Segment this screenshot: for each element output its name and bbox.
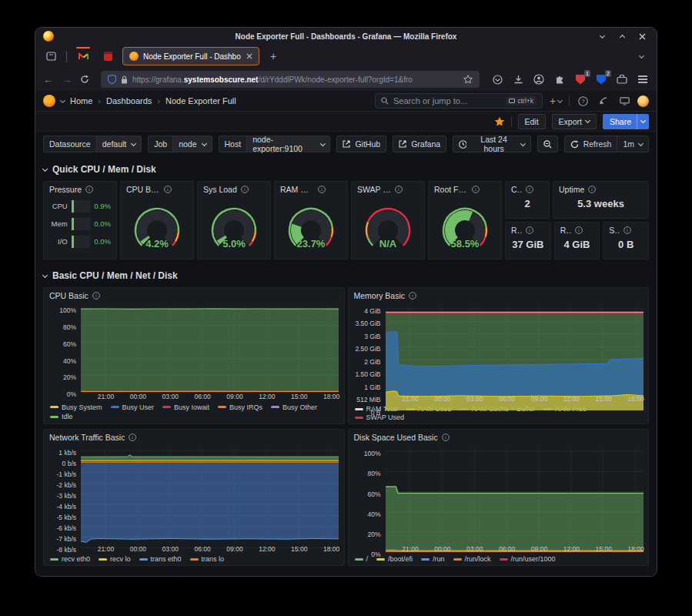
back-icon[interactable]: ← [43, 75, 53, 85]
pocket-icon[interactable] [491, 73, 503, 85]
legend-item[interactable]: /run/user/1000 [500, 555, 556, 563]
legend-item[interactable]: trans eth0 [139, 555, 182, 563]
news-icon[interactable] [596, 96, 611, 105]
legend-item[interactable]: Busy User [111, 403, 155, 411]
panel-title[interactable]: Pressure [49, 185, 82, 194]
github-link-button[interactable]: GitHub [336, 136, 386, 152]
panel-title[interactable]: SWAP Total [609, 226, 620, 235]
add-new-button[interactable]: + [548, 95, 563, 107]
grafana-link-button[interactable]: Grafana [393, 136, 446, 152]
list-all-tabs-icon[interactable] [632, 48, 650, 65]
firefox-view-icon[interactable] [42, 48, 60, 65]
forward-icon[interactable]: → [62, 75, 72, 85]
panel-title[interactable]: Memory Basic [354, 291, 406, 300]
panel-title[interactable]: CPU Busy [126, 185, 160, 194]
panel-title[interactable]: Sys Load [203, 185, 237, 194]
time-range-picker[interactable]: Last 24 hours [453, 136, 531, 152]
info-icon[interactable]: i [575, 226, 583, 234]
info-icon[interactable]: i [318, 186, 326, 193]
info-icon[interactable]: i [92, 292, 100, 300]
nav-expand-icon[interactable] [60, 97, 65, 102]
info-icon[interactable]: i [85, 186, 93, 193]
y-tick-label: 100% [364, 450, 381, 457]
panel-title[interactable]: RAM Used [280, 185, 314, 194]
edit-button[interactable]: Edit [518, 114, 546, 129]
info-icon[interactable]: i [395, 186, 403, 193]
datasource-select[interactable]: default [96, 136, 142, 152]
breadcrumb-home[interactable]: Home [70, 96, 92, 105]
plot-area[interactable] [81, 306, 339, 392]
legend-item[interactable]: trans lo [190, 555, 225, 563]
panel-title[interactable]: CPU Cores [511, 185, 522, 194]
panel-title[interactable]: RAM Total [560, 226, 571, 235]
legend-item[interactable]: /run [421, 555, 445, 563]
tracking-protection-shield-icon[interactable] [108, 75, 116, 84]
zoom-out-button[interactable] [537, 136, 558, 152]
menu-icon[interactable] [637, 73, 649, 85]
info-icon[interactable]: i [241, 186, 249, 193]
info-icon[interactable]: i [588, 186, 596, 193]
pinned-tab-gmail[interactable] [73, 47, 93, 65]
info-icon[interactable]: i [526, 186, 533, 193]
reload-icon[interactable] [80, 75, 89, 84]
info-icon[interactable]: i [526, 226, 533, 234]
legend-item[interactable]: Busy System [50, 403, 102, 411]
display-icon[interactable] [617, 97, 632, 105]
panel-title[interactable]: CPU Basic [49, 291, 89, 300]
legend-item[interactable]: Busy Other [271, 403, 317, 411]
section-quick[interactable]: Quick CPU / Mem / Disk [43, 161, 649, 178]
legend-item[interactable]: Idle [50, 413, 73, 420]
url-bar[interactable]: https://grafana.systemsobscure.net/d/rYd… [101, 71, 480, 88]
search-input[interactable]: Search or jump to... ctrl+k [375, 93, 543, 109]
legend-item[interactable]: / [355, 555, 369, 563]
legend-item[interactable]: recv lo [99, 555, 131, 563]
info-icon[interactable]: i [442, 434, 450, 441]
help-icon[interactable]: ? [575, 96, 590, 106]
panel-title[interactable]: Root FS Used [434, 185, 468, 194]
user-avatar[interactable] [637, 95, 649, 107]
plot-area[interactable] [386, 306, 644, 394]
legend-item[interactable]: Busy IRQs [218, 403, 262, 411]
bookmark-star-icon[interactable] [463, 75, 473, 84]
info-icon[interactable]: i [164, 186, 172, 193]
refresh-button[interactable]: Refresh [565, 136, 617, 152]
info-icon[interactable]: i [129, 434, 136, 441]
panel-title[interactable]: RootFS Total [511, 226, 522, 235]
panel-title[interactable]: Uptime [559, 185, 584, 194]
legend-item[interactable]: Busy Iowait [162, 403, 209, 411]
favorite-star-icon[interactable] [494, 116, 505, 127]
window-close-button[interactable] [638, 32, 646, 40]
grafana-logo-icon[interactable] [43, 95, 55, 107]
share-button[interactable]: Share [603, 114, 637, 129]
share-menu-chevron[interactable] [637, 114, 649, 129]
info-icon[interactable]: i [472, 186, 480, 193]
downloads-icon[interactable] [512, 73, 524, 85]
info-icon[interactable]: i [623, 226, 631, 234]
account-icon[interactable] [533, 73, 545, 85]
new-tab-button[interactable]: + [264, 48, 282, 65]
info-icon[interactable]: i [409, 292, 416, 300]
refresh-interval-select[interactable]: 1m [617, 136, 648, 152]
active-tab[interactable]: Node Exporter Full - Dashbo [122, 47, 259, 65]
legend-item[interactable]: recv eth0 [50, 555, 90, 563]
job-select[interactable]: node [172, 136, 212, 152]
password-manager-icon[interactable]: 2 [595, 73, 607, 85]
plot-area[interactable] [81, 447, 339, 544]
pinned-tab-redapp[interactable] [98, 47, 118, 65]
host-select[interactable]: node-exporter:9100 [246, 136, 330, 152]
containers-icon[interactable] [616, 73, 628, 85]
export-button[interactable]: Export [552, 114, 597, 129]
adblock-icon[interactable]: 1 [574, 73, 587, 85]
tab-close-icon[interactable] [246, 53, 252, 59]
legend-item[interactable]: /run/lock [453, 555, 491, 563]
breadcrumb-dashboards[interactable]: Dashboards [106, 96, 152, 105]
extensions-icon[interactable] [553, 73, 566, 85]
legend-item[interactable]: /boot/efi [376, 555, 413, 563]
section-basic[interactable]: Basic CPU / Mem / Net / Disk [43, 267, 649, 284]
window-minimize-button[interactable] [598, 32, 606, 40]
plot-area[interactable] [386, 447, 644, 544]
panel-title[interactable]: SWAP Used [357, 185, 391, 194]
window-maximize-button[interactable] [618, 32, 626, 40]
panel-title[interactable]: Network Traffic Basic [49, 433, 125, 442]
panel-title[interactable]: Disk Space Used Basic [354, 433, 438, 442]
